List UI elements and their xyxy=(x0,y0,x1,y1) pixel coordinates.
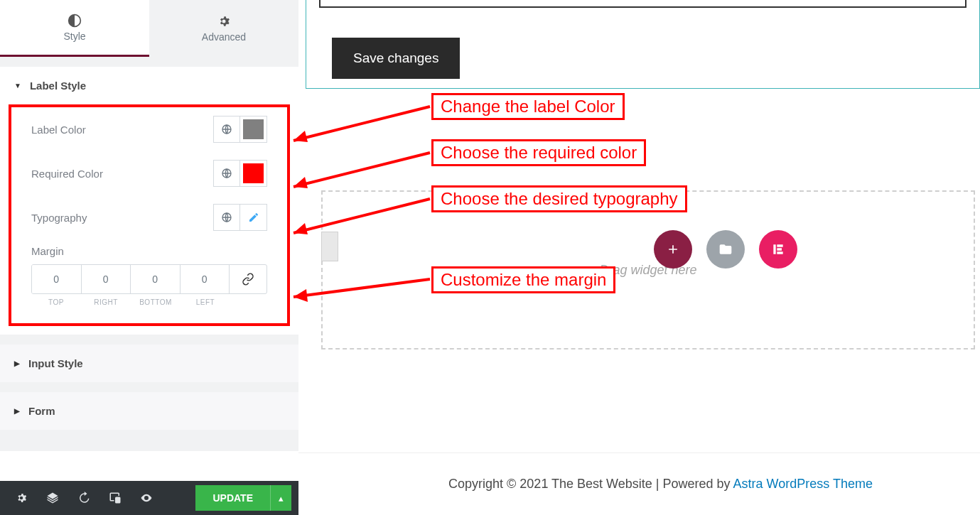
control-label: Required Color xyxy=(31,168,103,180)
tab-label: Advanced xyxy=(202,31,246,43)
globe-icon xyxy=(221,168,232,179)
divider xyxy=(0,335,298,345)
canvas: Save changes Drag widget here Copyright … xyxy=(298,0,980,515)
margin-captions: TOP RIGHT BOTTOM LEFT xyxy=(31,294,267,306)
panel-tabs: Style Advanced xyxy=(0,0,298,57)
history-button[interactable] xyxy=(70,484,98,512)
caret-right-icon: ▶ xyxy=(14,359,20,367)
margin-left-input[interactable] xyxy=(181,265,230,293)
section-title: Input Style xyxy=(28,357,83,369)
elementskit-icon xyxy=(771,242,785,256)
divider xyxy=(0,382,298,392)
update-button[interactable]: UPDATE xyxy=(195,485,270,511)
footer-theme-link[interactable]: Astra WordPress Theme xyxy=(733,477,873,492)
caption-right: RIGHT xyxy=(94,298,118,306)
margin-label: Margin xyxy=(31,245,267,257)
save-changes-button[interactable]: Save changes xyxy=(332,38,460,79)
margin-dims xyxy=(31,264,267,294)
section-input-style-header[interactable]: ▶ Input Style xyxy=(0,345,298,382)
responsive-button[interactable] xyxy=(101,484,129,512)
caption-left: LEFT xyxy=(196,298,215,306)
tab-style[interactable]: Style xyxy=(0,0,149,57)
history-icon xyxy=(77,492,90,504)
control-required-color: Required Color xyxy=(31,151,267,195)
section-label-style-body: Label Color Required Color xyxy=(9,104,290,326)
sidebar: Style Advanced ▼ Label Style Label Color xyxy=(0,0,298,515)
footer-text: Copyright © 2021 The Best Website | Powe… xyxy=(448,477,730,492)
annotation-required-color: Choose the required color xyxy=(431,139,646,166)
label-color-swatch[interactable] xyxy=(240,116,267,143)
gear-icon xyxy=(217,14,231,28)
caption-top: TOP xyxy=(48,298,64,306)
drop-area[interactable]: Drag widget here xyxy=(321,190,975,349)
required-color-swatch[interactable] xyxy=(240,160,267,187)
section-handle[interactable] xyxy=(321,232,338,261)
global-color-button[interactable] xyxy=(213,160,240,187)
devices-icon xyxy=(109,492,122,504)
globe-icon xyxy=(221,212,232,223)
section-title: Label Style xyxy=(30,80,86,92)
preview-button[interactable] xyxy=(132,484,161,512)
sections: ▼ Label Style Label Color Required Color xyxy=(0,57,298,481)
half-circle-icon xyxy=(68,13,82,28)
control-label-color: Label Color xyxy=(31,107,267,151)
update-group: UPDATE ▴ xyxy=(195,485,291,511)
caret-up-icon: ▴ xyxy=(279,493,284,504)
tab-label: Style xyxy=(63,31,85,42)
elementskit-button[interactable] xyxy=(759,230,797,269)
section-label-style-header[interactable]: ▼ Label Style xyxy=(0,67,298,104)
gear-icon xyxy=(15,492,28,504)
margin-right-input[interactable] xyxy=(82,265,131,293)
form-preview-widget[interactable]: Save changes xyxy=(306,0,980,89)
template-library-button[interactable] xyxy=(706,230,745,269)
layers-icon xyxy=(46,492,59,504)
page-footer: Copyright © 2021 The Best Website | Powe… xyxy=(298,452,980,515)
margin-link-toggle[interactable] xyxy=(230,265,266,293)
margin-bottom-input[interactable] xyxy=(131,265,181,293)
caption-bottom: BOTTOM xyxy=(139,298,172,306)
globe-icon xyxy=(221,124,232,135)
annotation-typography: Choose the desired typography xyxy=(431,185,687,212)
settings-button[interactable] xyxy=(7,484,36,512)
caret-down-icon: ▼ xyxy=(14,82,21,90)
eye-icon xyxy=(140,492,153,504)
add-section-button[interactable] xyxy=(654,230,692,269)
caret-right-icon: ▶ xyxy=(14,407,20,415)
divider xyxy=(0,430,298,451)
bottom-bar: UPDATE ▴ xyxy=(0,481,298,515)
section-form-header[interactable]: ▶ Form xyxy=(0,392,298,430)
global-typography-button[interactable] xyxy=(213,204,240,231)
global-color-button[interactable] xyxy=(213,116,240,143)
update-options-button[interactable]: ▴ xyxy=(270,485,291,511)
control-label: Label Color xyxy=(31,124,86,136)
divider xyxy=(0,57,298,67)
annotation-margin: Customize the margin xyxy=(431,266,615,293)
pencil-icon xyxy=(248,212,259,223)
section-title: Form xyxy=(28,405,55,417)
swatch-color xyxy=(243,163,264,183)
inner-border xyxy=(319,0,966,8)
tab-advanced[interactable]: Advanced xyxy=(149,0,298,57)
typography-edit-button[interactable] xyxy=(240,204,267,231)
swatch-color xyxy=(243,119,264,139)
navigator-button[interactable] xyxy=(38,484,67,512)
annotation-label-color: Change the label Color xyxy=(431,93,625,120)
folder-icon xyxy=(718,242,733,256)
plus-icon xyxy=(666,242,680,256)
control-label: Typography xyxy=(31,212,87,224)
margin-top-input[interactable] xyxy=(32,265,82,293)
link-icon xyxy=(242,273,254,286)
control-typography: Typography xyxy=(31,195,267,239)
